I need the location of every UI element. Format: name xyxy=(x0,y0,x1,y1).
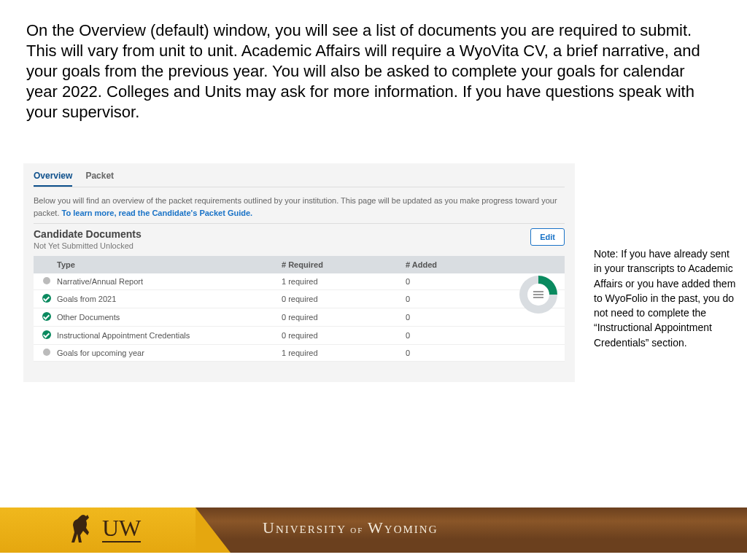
check-circle-icon xyxy=(42,312,51,321)
progress-donut xyxy=(519,276,557,314)
row-required: 0 required xyxy=(282,295,406,303)
section-subtitle: Not Yet Submitted Unlocked xyxy=(34,241,142,250)
row-type: Narrative/Annual Report xyxy=(57,277,282,286)
header-required: # Required xyxy=(282,260,406,269)
header-type: Type xyxy=(57,260,282,269)
edit-button[interactable]: Edit xyxy=(530,228,565,246)
row-type: Instructional Appointment Credentials xyxy=(57,331,282,340)
table-row[interactable]: Instructional Appointment Credentials0 r… xyxy=(34,327,565,345)
intro-paragraph: On the Overview (default) window, you wi… xyxy=(26,20,719,122)
row-added: 0 xyxy=(406,295,493,303)
header-added: # Added xyxy=(406,260,493,269)
tab-overview[interactable]: Overview xyxy=(34,171,72,187)
uw-text: UW xyxy=(102,515,141,542)
row-required: 1 required xyxy=(282,277,406,286)
check-circle-icon xyxy=(42,294,51,303)
row-type: Goals for upcoming year xyxy=(57,349,282,357)
dot-icon xyxy=(43,349,50,356)
row-added: 0 xyxy=(406,277,493,286)
document-icon xyxy=(533,291,543,298)
tab-packet[interactable]: Packet xyxy=(85,171,114,187)
tab-bar: Overview Packet xyxy=(23,163,575,187)
dot-icon xyxy=(43,277,50,284)
section-title: Candidate Documents xyxy=(34,228,142,240)
overview-panel: Overview Packet Below you will find an o… xyxy=(23,163,575,382)
table-row[interactable]: Goals from 20210 required0 xyxy=(34,290,565,308)
row-type: Other Documents xyxy=(57,313,282,322)
table-row[interactable]: Other Documents0 required0 xyxy=(34,308,565,327)
side-note: Note: If you have already sent in your t… xyxy=(594,246,740,350)
uw-logo: UW xyxy=(66,510,141,545)
instruction-text: Below you will find an overview of the p… xyxy=(23,187,575,223)
table-row[interactable]: Goals for upcoming year1 required0 xyxy=(34,345,565,362)
section-header: Candidate Documents Not Yet Submitted Un… xyxy=(23,224,575,256)
table-header: Type # Required # Added xyxy=(34,256,565,273)
check-circle-icon xyxy=(42,330,51,339)
row-required: 0 required xyxy=(282,313,406,322)
packet-guide-link[interactable]: To learn more, read the Candidate's Pack… xyxy=(62,209,253,217)
row-added: 0 xyxy=(406,313,493,322)
university-text: UNIVERSITY of WYOMING xyxy=(263,518,438,537)
documents-table: Type # Required # Added Narrative/Annual… xyxy=(34,256,565,362)
row-added: 0 xyxy=(406,331,493,340)
row-added: 0 xyxy=(406,349,493,357)
footer: UW UNIVERSITY of WYOMING xyxy=(0,500,747,560)
row-required: 1 required xyxy=(282,349,406,357)
row-type: Goals from 2021 xyxy=(57,295,282,303)
row-required: 0 required xyxy=(282,331,406,340)
cowboy-icon xyxy=(66,510,95,545)
table-row[interactable]: Narrative/Annual Report1 required0 xyxy=(34,273,565,290)
